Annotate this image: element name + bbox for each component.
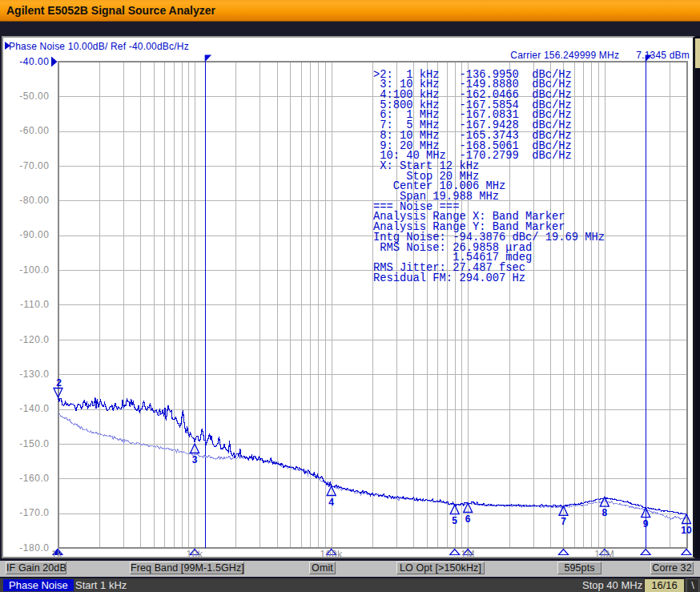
svg-text:-150.0: -150.0 — [19, 438, 49, 449]
svg-text:5: 5 — [452, 515, 457, 526]
svg-text:-90.00: -90.00 — [19, 229, 49, 240]
svg-text:1k: 1k — [51, 549, 62, 560]
svg-text:-180.0: -180.0 — [19, 542, 49, 554]
svg-text:-170.0: -170.0 — [19, 507, 49, 518]
svg-text:10M: 10M — [594, 549, 614, 560]
svg-text:-70.00: -70.00 — [19, 160, 49, 171]
svg-text:4: 4 — [328, 497, 334, 508]
svg-text:-40.00: -40.00 — [19, 56, 49, 67]
svg-text:10: 10 — [681, 525, 692, 536]
svg-text:-100.0: -100.0 — [19, 264, 49, 276]
svg-text:-110.0: -110.0 — [20, 299, 49, 310]
svg-text:8: 8 — [601, 507, 607, 518]
svg-text:-60.00: -60.00 — [19, 125, 49, 136]
svg-text:-80.00: -80.00 — [19, 195, 49, 206]
svg-text:-160.0: -160.0 — [19, 473, 49, 484]
svg-text:-140.0: -140.0 — [19, 403, 49, 414]
svg-text:1M: 1M — [461, 549, 475, 560]
svg-text:100k: 100k — [320, 549, 344, 560]
svg-text:6: 6 — [465, 513, 471, 525]
svg-text:-130.0: -130.0 — [19, 368, 49, 380]
svg-text:-120.0: -120.0 — [19, 334, 49, 345]
svg-text:3: 3 — [192, 454, 198, 465]
svg-text:10k: 10k — [187, 549, 203, 560]
svg-text:7: 7 — [561, 516, 566, 527]
svg-text:9: 9 — [643, 518, 649, 530]
svg-text:-50.00: -50.00 — [19, 91, 49, 102]
svg-text:2: 2 — [56, 377, 62, 389]
